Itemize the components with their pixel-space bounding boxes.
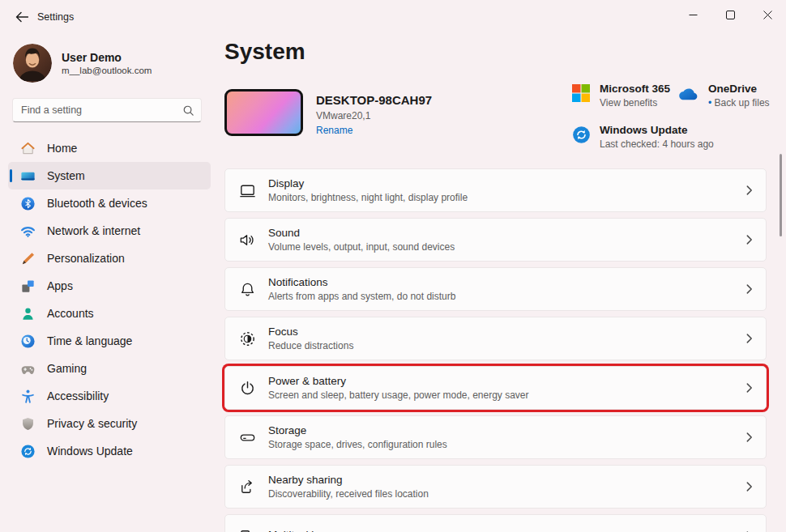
sidebar-item-label: Home (47, 142, 77, 155)
chevron-right-icon (744, 185, 754, 196)
main-content: System DESKTOP-98CAH97 VMware20,1 Rename… (224, 32, 786, 532)
sidebar-item-label: System (47, 169, 85, 182)
row-title: Display (268, 177, 468, 189)
close-button[interactable] (749, 0, 786, 29)
sidebar-item-bluetooth-devices[interactable]: Bluetooth & devices (8, 189, 211, 217)
setting-row-focus[interactable]: Focus Reduce distractions (224, 317, 767, 360)
device-wallpaper-thumbnail (224, 89, 303, 136)
sidebar-item-label: Accounts (47, 307, 94, 320)
bullet: • (708, 97, 711, 109)
row-title: Power & battery (268, 375, 529, 387)
gaming-icon (20, 361, 36, 377)
search-input[interactable] (21, 104, 182, 116)
maximize-icon (726, 11, 735, 19)
setting-row-power-battery[interactable]: Power & battery Screen and sleep, batter… (224, 366, 767, 410)
bluetooth-icon (20, 196, 36, 211)
storage-icon (237, 427, 258, 448)
status-windows-update[interactable]: Windows Update Last checked: 4 hours ago (572, 124, 714, 150)
row-title: Storage (268, 424, 447, 436)
setting-row-sound[interactable]: Sound Volume levels, output, input, soun… (224, 218, 767, 262)
windows-update-status-icon (572, 126, 591, 144)
app-title: Settings (37, 11, 74, 23)
status-title: OneDrive (708, 83, 770, 95)
sidebar-item-label: Accessibility (47, 389, 109, 402)
status-subtitle[interactable]: View benefits (600, 97, 670, 109)
avatar (13, 44, 52, 83)
search-box[interactable] (12, 98, 202, 122)
setting-row-display[interactable]: Display Monitors, brightness, night ligh… (224, 168, 767, 212)
sidebar: User Demo m__lab@outlook.com Home System (0, 32, 219, 532)
sidebar-item-time-language[interactable]: Time & language (8, 327, 211, 355)
minimize-icon (689, 11, 698, 19)
power-battery-icon (237, 377, 258, 398)
sidebar-item-network-internet[interactable]: Network & internet (8, 217, 211, 245)
sidebar-item-label: Personalization (47, 252, 125, 265)
row-subtitle: Reduce distractions (268, 340, 353, 351)
status-title: Microsoft 365 (600, 83, 670, 95)
sidebar-item-home[interactable]: Home (8, 134, 211, 162)
user-profile[interactable]: User Demo m__lab@outlook.com (13, 44, 219, 83)
row-subtitle: Volume levels, output, input, sound devi… (268, 241, 455, 253)
device-model: VMware20,1 (316, 110, 432, 121)
sidebar-item-system[interactable]: System (8, 162, 211, 189)
back-button[interactable] (8, 6, 36, 28)
maximize-button[interactable] (711, 0, 749, 29)
row-subtitle: Storage space, drives, configuration rul… (268, 439, 447, 450)
home-icon (20, 141, 36, 156)
row-title: Sound (268, 227, 455, 239)
chevron-right-icon (744, 383, 754, 394)
row-subtitle: Discoverability, received files location (268, 488, 429, 500)
search-icon (182, 104, 194, 117)
close-icon (763, 11, 772, 19)
settings-list: Display Monitors, brightness, night ligh… (224, 168, 767, 532)
sound-icon (237, 229, 258, 250)
microsoft-logo-icon (572, 84, 591, 103)
sidebar-item-gaming[interactable]: Gaming (8, 355, 211, 382)
time-language-icon (20, 334, 36, 349)
row-title: Focus (268, 326, 353, 338)
status-onedrive[interactable]: OneDrive • Back up files (675, 83, 770, 109)
scrollbar-thumb[interactable] (780, 154, 782, 236)
row-subtitle: Monitors, brightness, night light, displ… (268, 192, 468, 203)
network-icon (20, 223, 36, 239)
chevron-right-icon (744, 284, 754, 295)
privacy-security-icon (20, 416, 36, 432)
status-microsoft-365[interactable]: Microsoft 365 View benefits (572, 83, 670, 109)
selected-accent-bar (10, 169, 12, 182)
minimize-button[interactable] (674, 0, 711, 29)
sidebar-item-label: Windows Update (47, 445, 133, 458)
titlebar: Settings (0, 0, 786, 32)
sidebar-nav: Home System Bluetooth & devices Network … (8, 134, 211, 465)
sidebar-item-label: Privacy & security (47, 417, 137, 430)
back-arrow-icon (15, 11, 28, 23)
setting-row-nearby-sharing[interactable]: Nearby sharing Discoverability, received… (224, 465, 767, 509)
setting-row-multitasking[interactable]: Multitasking (224, 514, 767, 532)
windows-update-icon (20, 444, 36, 459)
setting-row-storage[interactable]: Storage Storage space, drives, configura… (224, 415, 767, 459)
sidebar-item-windows-update[interactable]: Windows Update (8, 437, 211, 465)
sidebar-item-accessibility[interactable]: Accessibility (8, 382, 211, 410)
setting-row-notifications[interactable]: Notifications Alerts from apps and syste… (224, 267, 767, 311)
status-subtitle: Last checked: 4 hours ago (600, 138, 714, 150)
sidebar-item-apps[interactable]: Apps (8, 272, 211, 300)
rename-link[interactable]: Rename (316, 125, 432, 136)
accessibility-icon (20, 389, 36, 404)
sidebar-item-label: Gaming (47, 362, 87, 375)
sidebar-item-accounts[interactable]: Accounts (8, 300, 211, 327)
chevron-right-icon (744, 482, 754, 492)
status-subtitle[interactable]: • Back up files (708, 97, 770, 109)
user-email: m__lab@outlook.com (62, 66, 152, 75)
multitasking-icon (237, 526, 258, 532)
sidebar-item-label: Bluetooth & devices (47, 197, 147, 210)
sidebar-item-personalization[interactable]: Personalization (8, 245, 211, 272)
sidebar-item-label: Apps (47, 279, 73, 292)
sidebar-item-privacy-security[interactable]: Privacy & security (8, 410, 211, 437)
row-title: Nearby sharing (268, 474, 429, 486)
status-title: Windows Update (600, 124, 714, 136)
personalization-icon (20, 251, 36, 266)
device-name: DESKTOP-98CAH97 (316, 93, 432, 107)
chevron-right-icon (744, 432, 754, 443)
device-card: DESKTOP-98CAH97 VMware20,1 Rename (224, 89, 432, 136)
user-name: User Demo (62, 51, 152, 64)
chevron-right-icon (744, 334, 754, 344)
